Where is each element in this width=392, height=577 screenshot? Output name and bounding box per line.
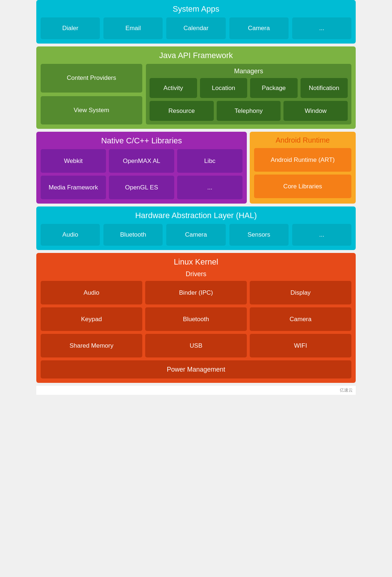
android-runtime-boxes: Android Runtime (ART) Core Libraries — [254, 148, 351, 198]
android-runtime-layer: Android Runtime Android Runtime (ART) Co… — [250, 132, 356, 204]
watermark: 亿速云 — [36, 386, 356, 395]
libc-box: Libc — [177, 149, 242, 173]
android-runtime-title: Android Runtime — [254, 136, 351, 144]
linux-row3: Shared Memory USB WIFI — [41, 334, 351, 357]
native-grid: Webkit OpenMAX AL Libc Media Framework O… — [41, 149, 242, 199]
managers-title: Managers — [150, 67, 348, 75]
linux-display-box: Display — [250, 281, 351, 304]
email-box: Email — [103, 17, 163, 39]
linux-binder-box: Binder (IPC) — [145, 281, 247, 304]
middle-row: Native C/C++ Libraries Webkit OpenMAX AL… — [36, 132, 356, 204]
core-libraries-box: Core Libraries — [254, 175, 351, 198]
power-management-box: Power Management — [41, 360, 351, 378]
java-api-title: Java API Framework — [41, 51, 351, 60]
hal-sensors-box: Sensors — [229, 224, 289, 246]
java-api-layer: Java API Framework Content Providers Vie… — [36, 46, 356, 129]
system-apps-layer: System Apps Dialer Email Calendar Camera… — [36, 0, 356, 44]
art-box: Android Runtime (ART) — [254, 148, 351, 172]
linux-title: Linux Kernel — [41, 257, 351, 267]
hal-camera-box: Camera — [166, 224, 225, 246]
package-box: Package — [250, 78, 298, 98]
linux-wifi-box: WIFI — [250, 334, 351, 357]
hal-bluetooth-box: Bluetooth — [103, 224, 163, 246]
native-row2: Media Framework OpenGL ES ... — [41, 176, 242, 199]
linux-audio-box: Audio — [41, 281, 142, 304]
hal-title: Hardware Abstraction Layer (HAL) — [41, 211, 351, 220]
hal-layer: Hardware Abstraction Layer (HAL) Audio B… — [36, 206, 356, 250]
hal-more-box: ... — [292, 224, 351, 246]
linux-kernel-layer: Linux Kernel Drivers Audio Binder (IPC) … — [36, 253, 356, 383]
hal-row: Audio Bluetooth Camera Sensors ... — [41, 224, 351, 246]
content-providers-box: Content Providers — [41, 64, 142, 93]
system-apps-row: Dialer Email Calendar Camera ... — [41, 17, 351, 39]
native-row1: Webkit OpenMAX AL Libc — [41, 149, 242, 173]
linux-bluetooth-box: Bluetooth — [145, 307, 247, 331]
drivers-label: Drivers — [41, 270, 351, 278]
opengl-box: OpenGL ES — [109, 176, 174, 199]
openmax-box: OpenMAX AL — [109, 149, 174, 173]
native-title: Native C/C++ Libraries — [41, 136, 242, 146]
calendar-box: Calendar — [166, 17, 225, 39]
notification-box: Notification — [301, 78, 348, 98]
webkit-box: Webkit — [41, 149, 106, 173]
dialer-box: Dialer — [41, 17, 100, 39]
linux-usb-box: USB — [145, 334, 247, 357]
linux-shared-memory-box: Shared Memory — [41, 334, 142, 357]
media-framework-box: Media Framework — [41, 176, 106, 199]
activity-box: Activity — [150, 78, 197, 98]
native-more-box: ... — [177, 176, 242, 199]
linux-keypad-box: Keypad — [41, 307, 142, 331]
window-box: Window — [283, 101, 348, 121]
managers-row2: Resource Telephony Window — [150, 101, 348, 121]
managers-container: Managers Activity Location Package Notif… — [146, 64, 351, 124]
system-apps-title: System Apps — [41, 4, 351, 14]
hal-audio-box: Audio — [41, 224, 100, 246]
native-layer: Native C/C++ Libraries Webkit OpenMAX AL… — [36, 132, 247, 204]
linux-row2: Keypad Bluetooth Camera — [41, 307, 351, 331]
managers-row1: Activity Location Package Notification — [150, 78, 348, 98]
java-api-left: Content Providers View System — [41, 64, 142, 124]
java-api-inner: Content Providers View System Managers A… — [41, 64, 351, 124]
linux-row1: Audio Binder (IPC) Display — [41, 281, 351, 304]
resource-box: Resource — [150, 101, 214, 121]
telephony-box: Telephony — [217, 101, 281, 121]
linux-grid: Audio Binder (IPC) Display Keypad Blueto… — [41, 281, 351, 357]
location-box: Location — [200, 78, 248, 98]
linux-camera-box: Camera — [250, 307, 351, 331]
managers-grid: Activity Location Package Notification R… — [150, 78, 348, 121]
more-box: ... — [292, 17, 351, 39]
camera-box: Camera — [229, 17, 289, 39]
view-system-box: View System — [41, 96, 142, 125]
